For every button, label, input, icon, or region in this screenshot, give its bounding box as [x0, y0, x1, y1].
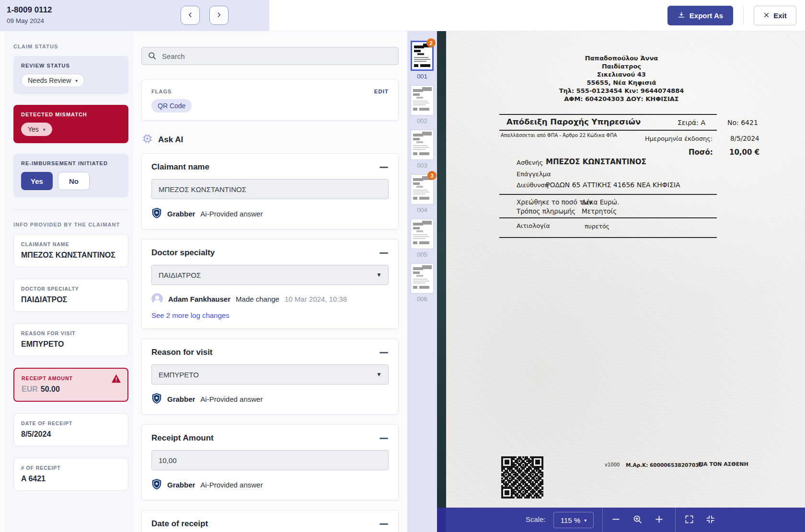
receipt-rule — [499, 130, 717, 131]
receipt-address-label: Διεύθυνση — [517, 181, 549, 189]
search-input[interactable] — [141, 47, 399, 65]
review-status-card: REVIEW STATUS Needs Review ▾ — [13, 56, 128, 94]
review-status-value: Needs Review — [28, 77, 71, 84]
see-more-log-changes-link[interactable]: See 2 more log changes — [151, 311, 230, 319]
previous-claim-button[interactable] — [181, 6, 200, 25]
header: 1-8009 0112 09 May 2024 Export As Exit — [0, 0, 805, 31]
collapse-section-button[interactable] — [379, 162, 389, 172]
claimant-name-input[interactable] — [151, 179, 389, 199]
doctor-specialty-selected-value: ΠΑΙΔΙΑΤΡΟΣ — [159, 271, 201, 279]
edit-flags-button[interactable]: EDIT — [374, 89, 389, 94]
source-name: Grabber — [167, 481, 195, 489]
receipt-title: Απόδειξη Παροχής Υπηρεσιών — [506, 117, 641, 126]
fullscreen-collapse-button[interactable] — [703, 513, 717, 527]
fullscreen-expand-button[interactable] — [682, 513, 696, 527]
receipt-amount-value: EUR50.00 — [22, 385, 120, 394]
claim-review-app: 1-8009 0112 09 May 2024 Export As Exit C… — [0, 0, 805, 532]
next-claim-button[interactable] — [209, 6, 229, 25]
reason-for-visit-info-card: REASON FOR VISIT ΕΜΠΥΡΕΤΟ — [13, 323, 128, 356]
receipt-reason-label: Αιτιολογία — [517, 222, 550, 229]
reimbursement-label: RE-IMBURSEMENT INITIATED — [21, 160, 121, 166]
claim-id: 1-8009 0112 — [7, 5, 52, 15]
page-thumbnail-005[interactable]: 005 — [407, 219, 437, 258]
reimbursement-card: RE-IMBURSEMENT INITIATED Yes No — [13, 154, 128, 197]
receipt-occupation-label: Επάγγελμα — [517, 170, 551, 178]
page-thumbnail-006[interactable]: 006 — [407, 263, 437, 303]
minus-icon — [611, 515, 621, 525]
page-thumbnail-004[interactable]: 3 004 — [407, 174, 437, 214]
reimbursement-yes-button[interactable]: Yes — [21, 172, 53, 190]
grabber-shield-icon — [151, 393, 162, 406]
page-thumbnail-001[interactable]: 2 001 — [407, 41, 437, 80]
collapse-section-button[interactable] — [379, 248, 389, 258]
receipt-number-info-card: # OF RECEIPT A 6421 — [13, 458, 128, 491]
doctor-specialty-value: ΠΑΙΔΙΑΤΡΟΣ — [21, 295, 121, 304]
receipt-amount-currency: EUR — [22, 385, 38, 393]
ask-ai-label: Ask AI — [158, 135, 183, 145]
ask-ai-button[interactable]: Ask AI — [142, 133, 399, 147]
receipt-rule — [499, 217, 717, 218]
receipt-reason: πυρετός — [585, 223, 610, 230]
zoom-in-button[interactable] — [652, 513, 666, 527]
receipt-amount-number: 50.00 — [41, 385, 60, 393]
review-status-dropdown[interactable]: Needs Review ▾ — [21, 74, 84, 87]
page-thumbnail-003[interactable]: 003 — [407, 130, 437, 169]
zoom-tool-button[interactable] — [631, 513, 644, 527]
minus-icon — [380, 352, 388, 353]
toolbar-divider — [602, 508, 603, 532]
zoom-out-button[interactable] — [609, 513, 622, 527]
avatar — [151, 293, 163, 305]
doctor-specialty-select[interactable]: ΠΑΙΔΙΑΤΡΟΣ ▼ — [151, 265, 389, 285]
receipt-patient-label: Ασθενής — [517, 159, 543, 166]
date-of-receipt-info-card: DATE OF RECEIPT 8/5/2024 — [13, 413, 128, 446]
page-number-label: 006 — [417, 295, 427, 303]
receipt-payment-method: Μετρητοίς — [582, 207, 617, 215]
detected-mismatch-dropdown[interactable]: Yes ▾ — [21, 123, 52, 136]
receipt-footer-version: v1000 — [605, 462, 620, 467]
collapse-section-button[interactable] — [379, 433, 389, 443]
collapse-section-button[interactable] — [379, 348, 389, 357]
receipt-amount: 10,00 € — [729, 148, 759, 157]
source-name: Grabber — [167, 210, 195, 218]
scale-dropdown[interactable]: 115 % ▾ — [553, 512, 594, 528]
source-note: Ai-Provided answer — [200, 210, 263, 218]
date-of-receipt-label: DATE OF RECEIPT — [21, 420, 121, 426]
date-of-receipt-field-card: Date of receipt — [141, 510, 399, 532]
page-thumbnail-strip: 2 001 002 003 3 004 005 006 — [407, 31, 437, 532]
export-as-label: Export As — [690, 11, 723, 20]
receipt-patient-name: ΜΠΕΖΟΣ ΚΩΝΣΤΑΝΤΙΝΟΣ — [546, 158, 646, 166]
receipt-number: No: 6421 — [727, 119, 758, 126]
collapse-corners-icon — [706, 515, 715, 525]
reimbursement-no-button[interactable]: No — [58, 172, 90, 190]
page-thumbnail-002[interactable]: 002 — [407, 85, 437, 125]
caret-down-icon: ▼ — [376, 371, 382, 378]
page-preview — [411, 86, 433, 115]
receipt-amount-input[interactable] — [151, 450, 389, 470]
flag-chip-qr-code: QR Code — [151, 99, 192, 113]
reason-for-visit-select[interactable]: ΕΜΠΥΡΕΤΟ ▼ — [151, 364, 389, 385]
header-claim-block: 1-8009 0112 09 May 2024 — [0, 0, 269, 31]
receipt-issue-date-label: Ημερομηνία έκδοσης: — [645, 135, 713, 142]
flags-card: FLAGS EDIT QR Code — [141, 79, 399, 121]
review-status-label: REVIEW STATUS — [21, 63, 121, 68]
doctor-specialty-info-card: DOCTOR SPECIALTY ΠΑΙΔΙΑΤΡΟΣ — [13, 279, 128, 312]
claimant-info-heading: INFO PROVIDED BY THE CLAIMANT — [13, 222, 124, 227]
receipt-provider-block: Παπαδοπούλου Άννα Παιδίατρος Σικελιανού … — [528, 54, 715, 103]
receipt-amount-field-card: Receipt Amount Grabber Ai-Provided answe… — [141, 424, 399, 500]
scan-edge-shadow — [437, 31, 446, 508]
collapse-section-button[interactable] — [379, 519, 389, 529]
receipt-issue-date: 8/5/2024 — [730, 135, 759, 142]
receipt-vat-note: Απαλλάσσεται από ΦΠΑ - Άρθρο 22 Κώδικα Φ… — [501, 133, 617, 138]
receipt-amount-info-card: RECEIPT AMOUNT EUR50.00 — [13, 368, 128, 402]
grabber-shield-icon — [151, 207, 162, 220]
page-preview — [411, 264, 433, 293]
caret-down-icon: ▾ — [75, 78, 78, 83]
export-as-button[interactable]: Export As — [667, 6, 733, 25]
log-action: Made change — [236, 295, 279, 303]
reason-for-visit-value: ΕΜΠΥΡΕΤΟ — [21, 340, 121, 349]
receipt-series: Σειρά: Α — [678, 119, 705, 126]
log-timestamp: 10 Mar 2024, 10:38 — [285, 295, 347, 303]
exit-button[interactable]: Exit — [754, 6, 796, 25]
provider-specialty: Παιδίατρος — [528, 62, 715, 70]
grabber-shield-icon — [151, 478, 162, 491]
